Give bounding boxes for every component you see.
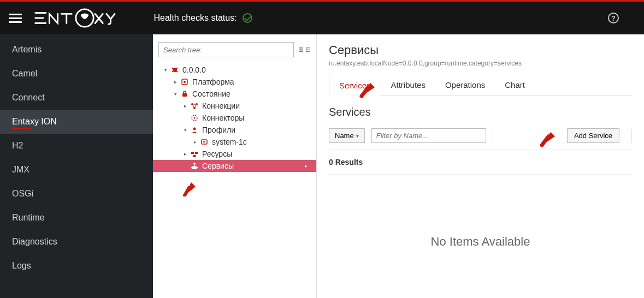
tab-operations[interactable]: Operations — [435, 75, 495, 96]
sidebar-item-logs[interactable]: Logs — [0, 254, 153, 278]
svg-point-5 — [176, 71, 178, 72]
svg-rect-16 — [203, 141, 205, 142]
tree-node-resources[interactable]: ▸ Ресурсы — [158, 148, 311, 160]
svg-point-3 — [176, 68, 178, 69]
help-icon[interactable]: ? — [608, 13, 619, 23]
tree-node-label: Профили — [202, 126, 235, 134]
sidebar: Artemis Camel Connect Entaxy ION H2 JMX … — [0, 34, 153, 298]
tree-search-input[interactable] — [158, 42, 294, 57]
tree-node-label: 0.0.0.0 — [182, 65, 206, 74]
expand-collapse-buttons[interactable]: ⊞ ⊟ — [298, 46, 311, 53]
check-circle-icon — [243, 13, 252, 23]
divider — [329, 150, 632, 150]
profile-icon — [190, 126, 199, 134]
sidebar-item-h2[interactable]: H2 — [0, 134, 153, 158]
sidebar-item-diagnostics[interactable]: Diagnostics — [0, 230, 153, 254]
service-icon — [190, 162, 199, 170]
empty-state-text: No Items Available — [329, 235, 632, 249]
section-title: Services — [329, 106, 632, 118]
svg-point-14 — [193, 128, 196, 130]
tree: ▾ 0.0.0.0 ▸ Платформа ▾ Состояние ▸ Конн… — [158, 64, 311, 172]
connector-icon — [190, 114, 199, 122]
tree-node-label: Платформа — [192, 78, 234, 86]
sidebar-item-artemis[interactable]: Artemis — [0, 38, 153, 62]
logo — [33, 8, 121, 28]
annotation-arrow-icon — [181, 179, 199, 196]
tree-node-label: system-1c — [212, 138, 247, 146]
annotation-arrow-icon — [359, 81, 377, 98]
sidebar-item-connect[interactable]: Connect — [0, 86, 153, 110]
svg-point-7 — [184, 81, 186, 83]
entaxy-logo-icon — [33, 8, 121, 28]
nodes-icon — [190, 102, 199, 110]
page-title: Сервисы — [329, 43, 632, 57]
tree-node-platform[interactable]: ▸ Платформа — [158, 76, 311, 88]
tree-node-services[interactable]: ▸ Сервисы ▸ — [153, 160, 316, 172]
lock-icon — [180, 90, 189, 98]
svg-rect-19 — [193, 155, 196, 157]
chevron-right-icon: ▸ — [305, 163, 311, 169]
svg-point-1 — [173, 68, 177, 72]
bug-icon — [170, 66, 179, 74]
tab-chart[interactable]: Chart — [495, 75, 535, 96]
add-service-button[interactable]: Add Service — [567, 128, 619, 143]
tree-node-state[interactable]: ▾ Состояние — [158, 88, 311, 100]
tree-panel: ⊞ ⊟ ▾ 0.0.0.0 ▸ Платформа ▾ Состояние ▸ … — [153, 34, 317, 298]
tree-node-profiles[interactable]: ▾ Профили — [158, 124, 311, 136]
sidebar-item-camel[interactable]: Camel — [0, 62, 153, 86]
tree-node-root[interactable]: ▾ 0.0.0.0 — [158, 64, 311, 76]
tree-node-label: Сервисы — [202, 162, 234, 170]
divider — [631, 129, 632, 143]
divider — [329, 174, 632, 175]
resources-icon — [190, 150, 199, 158]
tree-node-connectors[interactable]: ▸ Коннекторы — [158, 112, 311, 124]
main-panel: Сервисы ru.entaxy.esb:localNode=0.0.0.0,… — [317, 34, 644, 298]
filter-toolbar: Name ▾ Add Service — [329, 125, 632, 146]
results-count: 0 Results — [329, 158, 632, 166]
filter-input[interactable] — [371, 128, 486, 143]
svg-point-2 — [172, 68, 173, 69]
cube-icon — [180, 78, 189, 86]
tab-attributes[interactable]: Attributes — [381, 75, 435, 96]
divider — [493, 129, 493, 143]
svg-rect-18 — [195, 152, 198, 154]
health-status: Health checks status: — [154, 13, 252, 23]
mbean-path: ru.entaxy.esb:localNode=0.0.0.0,group=ru… — [329, 59, 632, 67]
svg-rect-17 — [191, 152, 194, 154]
health-status-label: Health checks status: — [154, 13, 237, 23]
sidebar-item-runtime[interactable]: Runtime — [0, 206, 153, 230]
tree-node-connections[interactable]: ▸ Коннекции — [158, 100, 311, 112]
svg-rect-8 — [182, 93, 187, 97]
filter-field-dropdown[interactable]: Name ▾ — [329, 128, 365, 143]
header-bar: Health checks status: ? — [0, 2, 644, 34]
tree-node-system1c[interactable]: ▸ system-1c — [158, 136, 311, 148]
sidebar-item-entaxy-ion[interactable]: Entaxy ION — [0, 110, 153, 134]
sidebar-item-jmx[interactable]: JMX — [0, 158, 153, 182]
chevron-down-icon: ▾ — [356, 133, 359, 139]
tree-node-label: Ресурсы — [202, 150, 232, 158]
filter-field-label: Name — [335, 132, 354, 140]
menu-toggle-button[interactable] — [9, 11, 22, 25]
tree-node-label: Коннекции — [202, 102, 240, 110]
svg-point-4 — [172, 71, 173, 72]
annotation-arrow-icon — [540, 130, 557, 147]
module-icon — [200, 138, 209, 146]
sidebar-item-osgi[interactable]: OSGi — [0, 182, 153, 206]
tree-node-label: Состояние — [192, 90, 231, 98]
tree-node-label: Коннекторы — [202, 114, 244, 122]
svg-point-13 — [194, 117, 196, 119]
